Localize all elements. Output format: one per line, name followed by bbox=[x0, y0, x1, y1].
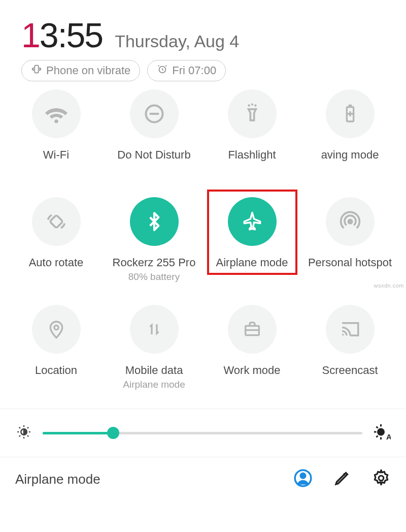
brightness-fill bbox=[43, 432, 113, 434]
clock[interactable]: 1 3:55 bbox=[21, 15, 103, 55]
tile-label: aving mode bbox=[321, 148, 379, 162]
flashlight-icon bbox=[228, 89, 277, 138]
auto-rotate-icon bbox=[32, 197, 81, 246]
footer-bar: Airplane mode bbox=[0, 457, 406, 490]
edit-icon[interactable] bbox=[333, 469, 351, 489]
tile-airplane-mode[interactable]: Airplane mode bbox=[203, 197, 301, 284]
svg-point-14 bbox=[379, 476, 384, 481]
tile-screencast[interactable]: Screencast bbox=[301, 305, 399, 391]
svg-point-7 bbox=[54, 326, 58, 330]
tile-label: Airplane mode bbox=[216, 256, 288, 269]
brightness-slider[interactable] bbox=[43, 432, 362, 434]
tile-work-mode[interactable]: Work mode bbox=[203, 305, 301, 391]
tile-label: Auto rotate bbox=[29, 256, 84, 269]
location-icon bbox=[32, 305, 81, 354]
tile-label: Screencast bbox=[322, 364, 378, 377]
status-chips: Phone on vibrate Fri 07:00 bbox=[0, 58, 406, 81]
watermark: wsxdn.com bbox=[374, 283, 404, 289]
svg-point-6 bbox=[348, 220, 352, 223]
tile-label: Location bbox=[35, 364, 77, 377]
tile-dnd[interactable]: Do Not Disturb bbox=[105, 89, 203, 176]
vibrate-icon bbox=[31, 64, 42, 78]
brightness-row: A bbox=[0, 409, 406, 457]
brightness-auto-icon[interactable]: A bbox=[373, 423, 391, 443]
tile-label: Mobile data bbox=[125, 364, 183, 377]
tile-personal-hotspot[interactable]: Personal hotspot bbox=[301, 197, 399, 284]
svg-rect-5 bbox=[50, 215, 63, 228]
svg-point-13 bbox=[300, 474, 306, 479]
tile-auto-rotate[interactable]: Auto rotate bbox=[7, 197, 105, 284]
airplane-icon bbox=[228, 197, 277, 246]
tile-sublabel: 80% battery bbox=[128, 271, 180, 283]
brightness-low-icon bbox=[15, 423, 32, 443]
bluetooth-icon bbox=[130, 197, 179, 246]
alarm-chip[interactable]: Fri 07:00 bbox=[147, 60, 226, 81]
tile-label: Personal hotspot bbox=[308, 256, 392, 269]
wifi-icon bbox=[32, 89, 81, 138]
profile-icon[interactable] bbox=[293, 468, 313, 490]
tile-label: Rockerz 255 Pro bbox=[113, 256, 196, 269]
battery-saving-icon bbox=[326, 89, 375, 138]
brightness-thumb[interactable] bbox=[107, 427, 119, 439]
tile-bluetooth[interactable]: Rockerz 255 Pro 80% battery bbox=[105, 197, 203, 284]
svg-rect-0 bbox=[35, 66, 38, 73]
clock-hour-first: 1 bbox=[21, 15, 40, 55]
mobile-data-icon bbox=[130, 305, 179, 354]
tile-flashlight[interactable]: Flashlight bbox=[203, 89, 301, 176]
screencast-icon bbox=[326, 305, 375, 354]
tile-label: Do Not Disturb bbox=[117, 148, 190, 162]
tile-label: Flashlight bbox=[228, 148, 276, 162]
clock-rest: 3:55 bbox=[40, 15, 103, 55]
work-mode-icon bbox=[228, 305, 277, 354]
tile-wifi[interactable]: Wi-Fi bbox=[7, 89, 105, 176]
header: 1 3:55 Thursday, Aug 4 bbox=[0, 0, 406, 58]
tile-saving-mode[interactable]: aving mode bbox=[301, 89, 399, 176]
tile-label: Work mode bbox=[223, 364, 280, 377]
tile-label: Wi-Fi bbox=[43, 148, 69, 162]
svg-text:A: A bbox=[386, 432, 391, 441]
vibrate-chip[interactable]: Phone on vibrate bbox=[21, 60, 140, 81]
tile-mobile-data[interactable]: Mobile data Airplane mode bbox=[105, 305, 203, 391]
dnd-icon bbox=[130, 89, 179, 138]
alarm-chip-label: Fri 07:00 bbox=[172, 64, 216, 77]
quick-settings-grid: Wi-Fi Do Not Disturb Flashlight aving mo… bbox=[0, 81, 406, 391]
date-label[interactable]: Thursday, Aug 4 bbox=[115, 32, 239, 51]
alarm-icon bbox=[157, 64, 168, 78]
hotspot-icon bbox=[326, 197, 375, 246]
tile-location[interactable]: Location bbox=[7, 305, 105, 391]
footer-title: Airplane mode bbox=[15, 472, 272, 487]
tile-sublabel: Airplane mode bbox=[123, 379, 185, 390]
vibrate-chip-label: Phone on vibrate bbox=[46, 64, 130, 77]
settings-icon[interactable] bbox=[371, 468, 391, 490]
svg-point-10 bbox=[377, 428, 385, 436]
